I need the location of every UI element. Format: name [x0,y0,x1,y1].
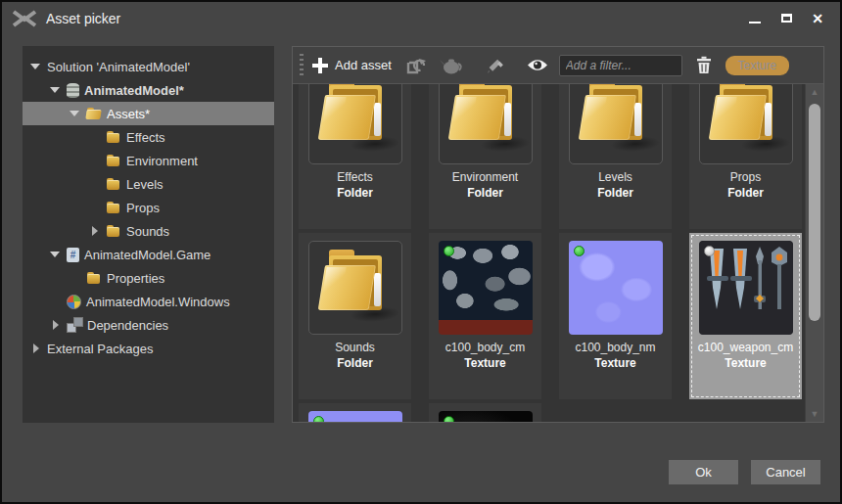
cancel-button[interactable]: Cancel [751,460,820,484]
clear-filter-button[interactable] [691,54,717,77]
tree-item-sounds[interactable]: Sounds [23,219,274,243]
windows-project-icon [67,295,81,309]
plus-icon [312,58,328,73]
tree-item-environment[interactable]: Environment [23,149,274,172]
tree-item-label: External Packages [47,342,153,356]
folder-icon [106,200,121,215]
scrollbar-thumb[interactable] [809,104,820,321]
asset-tile-environment[interactable]: EnvironmentFolder [429,84,541,229]
asset-type: Texture [464,355,505,372]
maximize-icon [781,14,792,23]
asset-status-dot [574,246,585,256]
tree-item-effects[interactable]: Effects [23,125,274,149]
asset-name: c100_body_nm [575,340,655,355]
asset-tile-c100-weapon-cm[interactable]: c100_weapon_cmTexture [689,233,802,399]
asset-tile-c100-body-nm[interactable]: c100_body_nmTexture [559,233,672,399]
tree-item-levels[interactable]: Levels [23,172,274,196]
asset-type: Folder [467,185,503,202]
package-icon [67,83,79,98]
csharp-project-icon: # [67,248,79,262]
expander-expanded-icon[interactable] [50,249,62,260]
expander-expanded-icon[interactable] [50,84,62,96]
window-title: Asset picker [46,11,120,26]
asset-type: Folder [337,185,373,202]
close-button[interactable]: ✕ [805,8,830,29]
asset-grid-viewport: EffectsFolderEnvironmentFolderLevelsFold… [293,84,805,422]
tree-item-external-packages[interactable]: External Packages [23,337,274,360]
edit-asset-button[interactable] [483,54,508,77]
folder-art-icon [309,84,401,163]
tree-item-props[interactable]: Props [23,196,274,219]
maximize-button[interactable] [773,8,799,29]
tree-item-label: Properties [107,271,164,286]
tree-item-solution-animatedmodel[interactable]: Solution 'AnimatedModel' [23,55,274,78]
folder-icon [106,223,121,239]
minimize-icon [749,22,761,23]
tree-item-label: AnimatedModel* [84,83,184,98]
asset-type: Folder [727,185,764,202]
import-asset-button[interactable] [404,54,430,77]
tree-item-label: Props [126,201,160,215]
grid-scrollbar[interactable]: ▲ ▼ [805,84,823,422]
filter-tag-texture[interactable]: Texture [725,56,789,75]
filter-input[interactable] [559,55,682,76]
toggle-preview-button[interactable] [525,54,550,77]
asset-type: Folder [337,355,373,372]
tree-item-animatedmodel[interactable]: AnimatedModel* [23,78,274,102]
folder-icon [86,270,102,286]
tree-item-animatedmodel-windows[interactable]: AnimatedModel.Windows [23,290,274,313]
asset-name: Sounds [335,340,375,355]
expander-spacer [89,155,101,166]
asset-thumbnail [308,241,402,335]
tree-item-properties[interactable]: Properties [23,266,274,290]
asset-name: Levels [598,169,632,185]
tree-item-label: AnimatedModel.Windows [86,295,230,309]
asset-tile-effects[interactable]: EffectsFolder [299,84,411,229]
dependencies-icon [67,317,82,333]
expander-spacer [89,178,101,190]
scroll-up-icon[interactable]: ▲ [806,85,823,99]
asset-name: Props [730,169,761,185]
tree-item-dependencies[interactable]: Dependencies [23,313,274,337]
pencil-icon [486,56,505,75]
tree-item-label: Dependencies [87,318,168,333]
tree-item-label: Solution 'AnimatedModel' [47,60,190,74]
asset-thumbnail [308,411,402,422]
tree-item-label: AnimatedModel.Game [84,248,210,262]
expander-spacer [89,202,101,213]
expander-expanded-icon[interactable] [30,61,42,72]
tree-item-assets[interactable]: Assets* [23,102,274,125]
asset-tile-partial[interactable] [429,403,541,422]
toolbar-grip-handle[interactable] [300,54,304,77]
asset-name: Effects [337,169,372,185]
stride-logo-icon [12,10,37,27]
add-sample-asset-button[interactable] [439,54,464,77]
scroll-down-icon[interactable]: ▼ [806,407,823,421]
tree-item-animatedmodel-game[interactable]: #AnimatedModel.Game [23,243,274,266]
folder-art-icon [309,242,401,334]
folder-art-icon [700,84,792,163]
asset-tile-props[interactable]: PropsFolder [689,84,802,229]
add-asset-button[interactable]: Add asset [312,58,392,73]
import-asset-icon [406,56,428,75]
asset-tile-partial[interactable] [299,403,411,422]
titlebar: Asset picker ✕ [2,2,840,34]
asset-status-dot [444,416,454,422]
asset-name: Environment [452,169,518,185]
minimize-button[interactable] [742,8,768,29]
asset-status-dot [704,246,715,256]
asset-tile-c100-body-cm[interactable]: c100_body_cmTexture [429,233,541,399]
expander-expanded-icon[interactable] [70,108,81,119]
asset-thumbnail [569,241,663,335]
close-icon: ✕ [812,12,823,25]
expander-collapsed-icon[interactable] [89,225,101,237]
folder-open-icon [86,106,102,121]
asset-type: Texture [725,355,766,372]
ok-button[interactable]: Ok [669,460,738,484]
asset-tile-sounds[interactable]: SoundsFolder [299,233,411,399]
expander-collapsed-icon[interactable] [30,343,42,354]
expander-collapsed-icon[interactable] [50,319,62,331]
asset-tile-levels[interactable]: LevelsFolder [559,84,672,229]
asset-thumbnail [569,84,663,164]
asset-thumbnail [439,411,533,422]
